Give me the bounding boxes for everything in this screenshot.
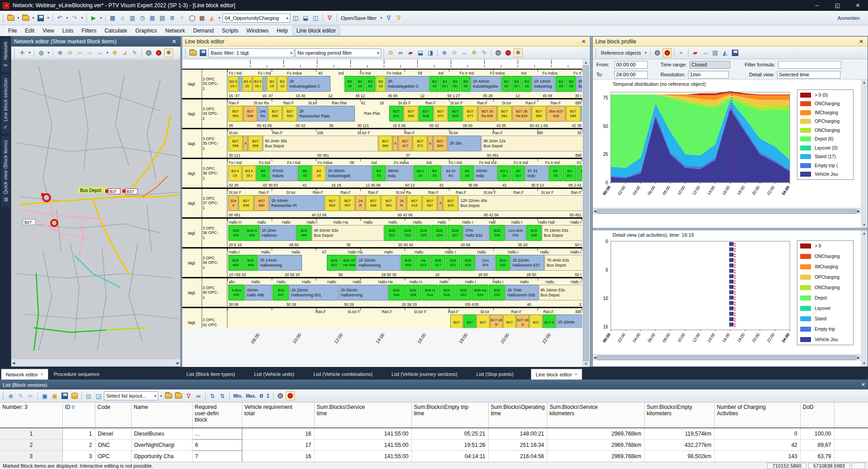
marked-items-icon[interactable]: ❋ [164, 48, 173, 57]
forward-icon[interactable]: ⇨ [85, 48, 94, 57]
reference-objects-label[interactable]: Reference objects [599, 50, 643, 56]
menu-windows[interactable]: Windows [243, 26, 272, 35]
menu-network[interactable]: Network [161, 26, 189, 35]
block-segment[interactable]: B3 116 [414, 165, 427, 181]
doc-tab-list-stop-points-[interactable]: List (Stop points) [472, 369, 519, 380]
block-segment[interactable]: B27564 [378, 136, 393, 151]
sort-desc-icon[interactable]: ⇅ [218, 391, 227, 400]
block-segment[interactable]: B27625 [448, 106, 462, 122]
map-horizontal-scrollbar[interactable]: ◀▶ [11, 359, 180, 366]
save-profile-button[interactable] [731, 48, 740, 57]
filter-formula-input[interactable] [778, 61, 841, 69]
block-segment[interactable]: B315 [256, 165, 270, 181]
column-header[interactable] [834, 403, 868, 428]
block-segment[interactable]: B27598 [248, 136, 263, 151]
block-segment[interactable]: 1h 52minHallorenring [357, 255, 400, 271]
block-segment[interactable]: 36m B27638 [547, 106, 566, 122]
align-icon[interactable]: ⬓ [416, 48, 425, 57]
menu-graphics[interactable]: Graphics [132, 26, 160, 35]
record-red-icon[interactable] [154, 48, 163, 57]
block-segment[interactable]: B27 26Ra 634 [512, 106, 531, 122]
resolution-input[interactable] [688, 71, 729, 79]
detail-view-input[interactable] [777, 71, 840, 79]
block-segment[interactable]: B27585 [532, 106, 546, 122]
block-segment[interactable]: 4h 54min 53sBus Depot [312, 225, 384, 241]
toolbar-grip[interactable] [595, 49, 597, 57]
block-segment[interactable]: 22m B26536 [505, 225, 526, 241]
block-segment[interactable]: B26524 [432, 225, 447, 241]
block-segment[interactable]: 12h 22min 46sBus Depot [458, 195, 583, 211]
lists-icon[interactable]: ▥ [128, 14, 137, 23]
block-segment[interactable]: B27 9 [543, 314, 556, 328]
menu-scripts[interactable]: Scripts [218, 26, 242, 35]
block-segment[interactable]: 1h 22minHallorenring 501 [289, 285, 338, 300]
block-segment[interactable]: B3 29B3 [442, 165, 460, 181]
block-segment[interactable]: B315: [365, 76, 375, 92]
block-segment[interactable]: B26533 [495, 255, 510, 271]
block-segment[interactable]: B26 H495 [244, 225, 259, 241]
matrix-icon[interactable]: ▦ [148, 14, 157, 23]
block-segment[interactable]: B27567 [422, 195, 437, 211]
block-segment[interactable]: 3244 [228, 195, 238, 211]
column-header[interactable]: Number: 3 [0, 403, 62, 428]
record-red-icon[interactable] [286, 391, 295, 400]
login-link[interactable]: Anmelden [831, 15, 866, 21]
block-segment[interactable]: B3 116 [497, 165, 511, 181]
block-segment[interactable]: B315 [267, 76, 277, 92]
dropdown-arrow-icon[interactable]: ▼ [99, 14, 103, 23]
copy-icon[interactable]: ▣ [40, 391, 49, 400]
record-red-icon[interactable] [663, 48, 672, 57]
block-segment[interactable]: B26527 [448, 225, 463, 241]
filter-open-icon[interactable]: ∇ [384, 14, 393, 23]
block-segment[interactable]: B27561 [381, 195, 396, 211]
block-segment[interactable]: B315 [372, 165, 386, 181]
link-settings-icon[interactable]: ⚙ [386, 48, 395, 57]
block-segment[interactable]: B315 [429, 76, 439, 92]
block-segment[interactable]: B26517 [431, 255, 445, 271]
save-version-button[interactable] [36, 14, 45, 23]
block-segment[interactable]: 1h 22minHallorenrin 537 [510, 255, 544, 271]
column-header[interactable]: Sum:Blocks\Service time [314, 403, 411, 428]
block-segment[interactable]: 2hRannischer Platz [297, 106, 355, 122]
block-segment[interactable]: 1h 52minHallorenring [339, 285, 388, 300]
block-segment[interactable]: B26497 [273, 285, 289, 300]
block-segment[interactable]: 47minIndust [270, 165, 297, 181]
block-segment[interactable]: B26499 [296, 225, 311, 241]
open-layout-button[interactable] [164, 391, 173, 400]
find-icon[interactable]: ∞ [194, 391, 203, 400]
schedule-icon[interactable]: ≣ [168, 14, 177, 23]
block-segment[interactable]: B316 [376, 76, 386, 92]
block-segment[interactable]: B27617 [398, 136, 413, 151]
from-input[interactable] [614, 61, 648, 69]
column-header[interactable]: Name [131, 403, 192, 428]
menu-lists[interactable]: Lists [59, 26, 77, 35]
avg-button[interactable]: Ø [258, 394, 264, 399]
menu-edit[interactable]: Edit [21, 26, 38, 35]
block-segment[interactable]: B26490 [228, 255, 243, 271]
layout-single-icon[interactable]: ◫ [291, 14, 300, 23]
block-segment[interactable]: B26508 [405, 285, 421, 300]
close-icon[interactable]: ✕ [580, 38, 587, 45]
layout-rows-icon[interactable]: ⬓ [301, 14, 310, 23]
gantt-inline-label[interactable]: Ran.Plat [355, 106, 389, 122]
menu-file[interactable]: File [5, 26, 20, 35]
record-gray-icon[interactable] [653, 48, 662, 57]
undo-button[interactable]: ↶ [55, 14, 64, 23]
block-segment[interactable]: 22m529 [476, 255, 495, 271]
background-map-icon[interactable]: ◍ [37, 48, 46, 57]
block-segment[interactable]: B27 [450, 314, 463, 328]
block-segment[interactable] [239, 76, 242, 92]
block-segment[interactable]: B27 26Ra 630 [478, 106, 497, 122]
dropdown-arrow-icon[interactable]: ▼ [28, 48, 32, 57]
max-button[interactable]: Max. [245, 394, 257, 399]
block-segment[interactable]: B26509 [401, 255, 415, 271]
block-segment[interactable]: B27 [463, 314, 476, 328]
dropdown-arrow-icon[interactable]: ▼ [46, 14, 50, 23]
time-range-value[interactable]: Closed [689, 61, 730, 69]
table-icon[interactable]: ▤ [711, 48, 720, 57]
block-segment[interactable]: B27577 [463, 106, 477, 122]
filter-funnel-icon[interactable]: ∇ [71, 405, 75, 410]
block-segment[interactable]: B27546 [228, 136, 243, 151]
open-save-filter-label[interactable]: Open/Save filter [339, 15, 378, 21]
block-segment[interactable]: B27 [476, 314, 489, 328]
